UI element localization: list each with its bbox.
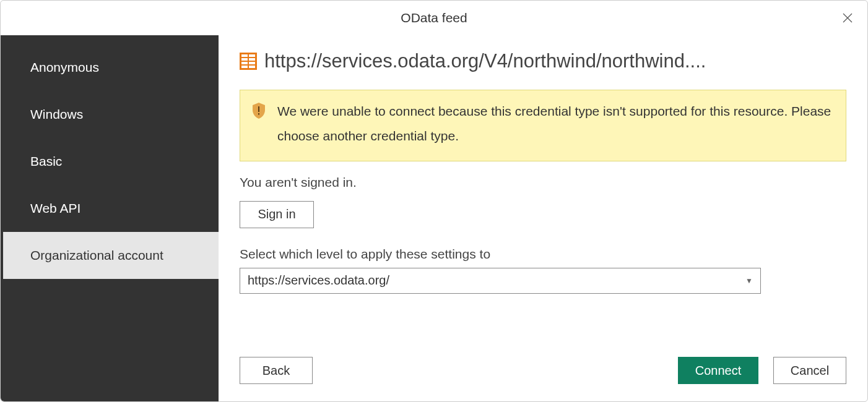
close-icon bbox=[842, 12, 853, 24]
sidebar-item-label: Organizational account bbox=[30, 248, 163, 263]
svg-rect-1 bbox=[241, 54, 248, 57]
main-pane: https://services.odata.org/V4/northwind/… bbox=[219, 35, 867, 401]
dialog-title: OData feed bbox=[401, 11, 467, 25]
feed-url-text: https://services.odata.org/V4/northwind/… bbox=[264, 50, 706, 72]
warning-shield-icon bbox=[251, 102, 266, 119]
sidebar-item-label: Anonymous bbox=[30, 60, 99, 75]
chevron-down-icon: ▼ bbox=[745, 276, 753, 285]
svg-rect-8 bbox=[249, 66, 255, 68]
dialog-header: OData feed bbox=[1, 1, 867, 35]
sidebar-item-anonymous[interactable]: Anonymous bbox=[1, 44, 219, 91]
svg-rect-7 bbox=[241, 66, 248, 68]
svg-rect-3 bbox=[241, 58, 248, 61]
level-label: Select which level to apply these settin… bbox=[240, 247, 846, 262]
sidebar-item-label: Basic bbox=[30, 154, 62, 169]
close-button[interactable] bbox=[839, 9, 856, 27]
sidebar-item-web-api[interactable]: Web API bbox=[1, 185, 219, 232]
signin-status-text: You aren't signed in. bbox=[240, 175, 846, 190]
svg-rect-10 bbox=[258, 113, 259, 115]
connect-button[interactable]: Connect bbox=[678, 357, 758, 384]
svg-rect-5 bbox=[241, 62, 248, 64]
sidebar-item-windows[interactable]: Windows bbox=[1, 91, 219, 138]
warning-text: We were unable to connect because this c… bbox=[277, 99, 835, 148]
level-select[interactable]: https://services.odata.org/ ▼ bbox=[240, 268, 761, 294]
svg-rect-6 bbox=[249, 62, 255, 64]
sidebar-item-basic[interactable]: Basic bbox=[1, 138, 219, 185]
svg-rect-9 bbox=[258, 106, 259, 112]
auth-type-sidebar: Anonymous Windows Basic Web API Organiza… bbox=[1, 35, 219, 401]
sidebar-item-organizational-account[interactable]: Organizational account bbox=[1, 232, 219, 279]
sign-in-button[interactable]: Sign in bbox=[240, 201, 314, 228]
sidebar-item-label: Web API bbox=[30, 201, 80, 216]
cancel-button[interactable]: Cancel bbox=[773, 357, 846, 384]
dialog-body: Anonymous Windows Basic Web API Organiza… bbox=[1, 35, 867, 401]
footer-right: Connect Cancel bbox=[678, 357, 846, 384]
odata-feed-icon bbox=[240, 53, 257, 70]
level-select-value: https://services.odata.org/ bbox=[248, 273, 389, 288]
feed-url-row: https://services.odata.org/V4/northwind/… bbox=[240, 50, 846, 72]
svg-rect-2 bbox=[249, 54, 255, 57]
odata-credentials-dialog: OData feed Anonymous Windows Basic Web A… bbox=[0, 0, 868, 402]
sidebar-item-label: Windows bbox=[30, 107, 83, 122]
warning-banner: We were unable to connect because this c… bbox=[240, 90, 846, 161]
back-button[interactable]: Back bbox=[240, 357, 313, 384]
dialog-footer: Back Connect Cancel bbox=[240, 357, 846, 384]
svg-rect-4 bbox=[249, 58, 255, 61]
